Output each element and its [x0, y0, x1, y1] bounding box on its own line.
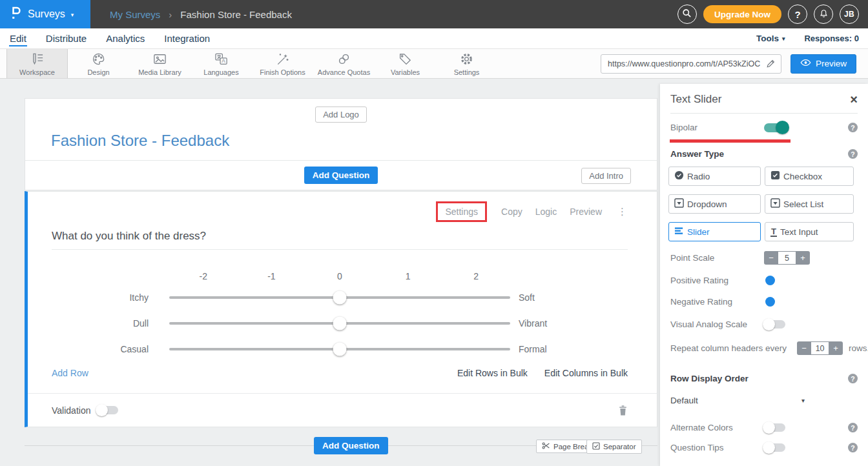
tools-menu[interactable]: Tools ▾	[756, 34, 785, 43]
help-icon[interactable]: ?	[848, 423, 858, 432]
chevron-down-icon: ▾	[71, 12, 74, 18]
visual-analog-toggle[interactable]	[764, 320, 785, 329]
slider-scale-labels: -2 -1 0 1 2	[169, 271, 510, 281]
close-icon[interactable]: ×	[850, 93, 858, 106]
toolbar-item-advance-quotas[interactable]: Advance Quotas	[313, 49, 375, 78]
answer-type-checkbox[interactable]: Checkbox	[765, 167, 854, 186]
answer-type-label: Text Input	[780, 227, 818, 237]
tab-analytics[interactable]: Analytics	[105, 31, 145, 46]
row-right-label: Vibrant	[519, 318, 547, 329]
image-icon	[152, 52, 167, 66]
minus-button[interactable]: −	[764, 251, 778, 265]
add-question-button-bottom[interactable]: Add Question	[314, 437, 388, 454]
breadcrumb-my-surveys[interactable]: My Surveys	[110, 9, 160, 20]
slider-track[interactable]	[169, 322, 510, 325]
notifications-button[interactable]	[814, 5, 833, 24]
add-logo-button[interactable]: Add Logo	[315, 106, 367, 123]
question-title[interactable]: What do you think of the dress?	[52, 230, 628, 250]
separator-label: Separator	[603, 443, 636, 451]
validation-toggle[interactable]	[97, 406, 118, 414]
negative-rating-color-swatch[interactable]	[765, 297, 775, 307]
translate-icon: A	[214, 52, 229, 66]
edit-columns-bulk-link[interactable]: Edit Columns in Bulk	[544, 368, 628, 378]
answer-type-header-row: Answer Type ?	[670, 149, 858, 159]
answer-type-label: Dropdown	[687, 199, 727, 209]
bell-icon	[819, 8, 829, 21]
help-icon[interactable]: ?	[848, 149, 858, 159]
gear-icon	[459, 52, 474, 66]
minus-button[interactable]: −	[797, 341, 811, 355]
more-options-icon[interactable]: ⋮	[617, 206, 628, 218]
tag-icon	[398, 52, 413, 66]
slider-handle[interactable]	[333, 317, 347, 330]
slider-track[interactable]	[169, 348, 510, 350]
add-intro-button[interactable]: Add Intro	[581, 168, 631, 184]
toolbar-item-finish-options[interactable]: Finish Options	[252, 49, 313, 78]
help-icon[interactable]: ?	[848, 443, 858, 452]
search-button[interactable]	[677, 5, 697, 24]
help-icon[interactable]: ?	[848, 123, 858, 132]
question-card: Settings Copy Logic Preview ⋮ What do yo…	[25, 191, 657, 427]
tab-distribute[interactable]: Distribute	[45, 31, 87, 46]
tab-edit[interactable]: Edit	[9, 31, 27, 46]
question-tips-label: Question Tips	[670, 443, 764, 452]
answer-type-dropdown[interactable]: Dropdown	[668, 194, 761, 214]
add-row-link[interactable]: Add Row	[52, 368, 88, 378]
plus-button[interactable]: +	[829, 341, 843, 355]
plus-button[interactable]: +	[796, 251, 810, 265]
eye-icon	[800, 59, 811, 68]
responses-count[interactable]: Responses: 0	[804, 34, 859, 43]
slider-track[interactable]	[169, 296, 510, 299]
answer-type-radio[interactable]: Radio	[668, 167, 761, 186]
slider-handle[interactable]	[333, 343, 347, 356]
tab-integration[interactable]: Integration	[163, 31, 211, 46]
editor-canvas: Add Logo Fashion Store - Feedback Add Qu…	[0, 79, 868, 466]
help-button[interactable]: ?	[788, 5, 807, 24]
answer-type-select-list[interactable]: Select List	[765, 194, 854, 214]
question-tips-toggle[interactable]	[764, 443, 785, 452]
question-tips-row: Question Tips ?	[670, 443, 858, 452]
delete-question-trash-icon[interactable]	[618, 405, 628, 416]
survey-url-input[interactable]	[608, 59, 766, 68]
preview-button[interactable]: Preview	[790, 54, 856, 74]
svg-text:A: A	[222, 58, 225, 64]
help-icon[interactable]: ?	[848, 374, 858, 383]
answer-type-slider-selected[interactable]: Slider	[668, 222, 761, 241]
add-question-button-top[interactable]: Add Question	[304, 167, 378, 184]
toolbar-item-variables[interactable]: Variables	[375, 49, 436, 78]
toolbar-item-media-library[interactable]: Media Library	[129, 49, 191, 78]
bipolar-label: Bipolar	[670, 123, 764, 132]
question-copy-button[interactable]: Copy	[501, 207, 522, 217]
toolbar-item-workspace[interactable]: Workspace	[6, 49, 68, 78]
question-preview-button[interactable]: Preview	[570, 207, 602, 217]
upgrade-now-button[interactable]: Upgrade Now	[703, 5, 781, 23]
survey-title[interactable]: Fashion Store - Feedback	[51, 132, 657, 150]
toolbar-item-settings[interactable]: Settings	[436, 49, 497, 78]
row-display-order-select[interactable]: Default ▾	[670, 396, 805, 405]
toolbar-item-design[interactable]: Design	[68, 49, 129, 78]
edit-url-pencil-icon[interactable]	[766, 59, 776, 68]
slider-handle[interactable]	[333, 291, 347, 305]
slider-rows: Itchy Soft Dull Vibrant Casual Formal	[52, 285, 628, 362]
annotation-highlight-settings: Settings	[436, 201, 487, 222]
user-avatar[interactable]: JB	[840, 5, 859, 24]
toolbar-label: Variables	[391, 68, 420, 76]
bipolar-toggle[interactable]	[764, 123, 787, 132]
answer-type-text-input[interactable]: T Text Input	[765, 222, 854, 241]
toolbar-label: Media Library	[138, 68, 181, 76]
panel-divider	[670, 113, 858, 114]
answer-type-label: Radio	[687, 172, 710, 181]
separator-button[interactable]: Separator	[586, 440, 642, 454]
alternate-colors-row: Alternate Colors ?	[670, 423, 858, 432]
toolbar-item-languages[interactable]: A Languages	[191, 49, 252, 78]
product-switcher[interactable]: Surveys ▾	[0, 0, 90, 28]
slider-row: Itchy Soft	[52, 285, 628, 310]
question-settings-button[interactable]: Settings	[445, 207, 478, 217]
alternate-colors-toggle[interactable]	[764, 423, 785, 432]
tools-label: Tools	[756, 34, 779, 43]
repeat-headers-stepper: − 10 +	[797, 341, 843, 355]
edit-rows-bulk-link[interactable]: Edit Rows in Bulk	[457, 368, 528, 378]
positive-rating-color-swatch[interactable]	[765, 276, 775, 285]
question-logic-button[interactable]: Logic	[535, 207, 557, 217]
answer-type-label: Answer Type	[670, 149, 724, 159]
